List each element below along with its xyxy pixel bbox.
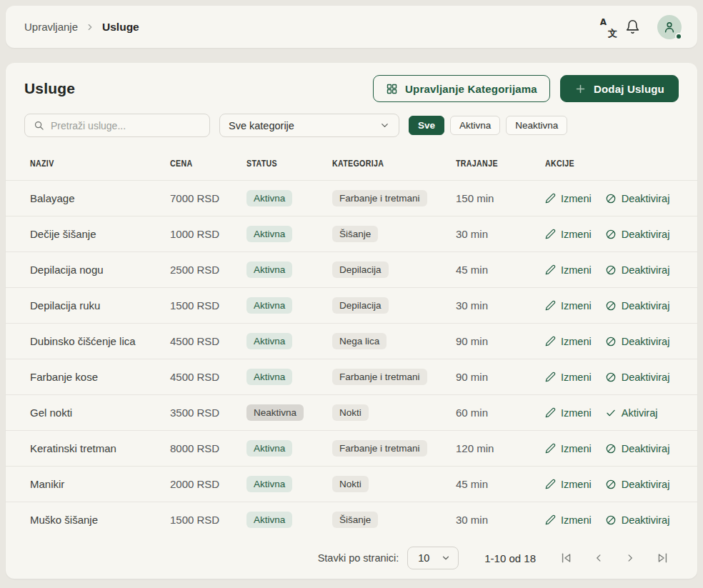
column-header-trajanje: TRAJANJE [456, 159, 545, 169]
edit-action[interactable]: Izmeni [545, 514, 592, 526]
service-name: Manikir [30, 478, 170, 490]
toggle-status-action[interactable]: Deaktiviraj [605, 479, 670, 490]
items-per-page-select[interactable]: 10 [407, 547, 459, 569]
breadcrumb: Upravljanje Usluge [24, 21, 139, 34]
service-duration: 45 min [456, 264, 545, 276]
items-per-page-label: Stavki po stranici: [318, 552, 399, 564]
breadcrumb-current: Usluge [102, 21, 139, 34]
status-badge: Aktivna [246, 476, 292, 492]
service-price: 1500 RSD [170, 514, 246, 526]
status-badge: Aktivna [246, 333, 292, 349]
edit-action[interactable]: Izmeni [545, 229, 592, 240]
last-page-button[interactable] [646, 551, 679, 565]
edit-action[interactable]: Izmeni [545, 336, 592, 347]
ban-icon [605, 300, 617, 312]
services-panel: Usluge Upravljanje Kategorijama Dodaj Us… [6, 63, 697, 579]
ban-icon [605, 443, 617, 454]
pencil-icon [545, 229, 556, 239]
column-header-naziv: NAZIV [30, 159, 170, 169]
service-duration: 30 min [456, 514, 545, 526]
chevron-down-icon [441, 553, 451, 563]
table-row: Keratinski tretman 8000 RSD Aktivna Farb… [6, 430, 697, 466]
edit-action[interactable]: Izmeni [545, 443, 592, 454]
service-price: 2500 RSD [170, 264, 246, 276]
service-name: Balayage [30, 192, 170, 204]
toggle-status-action[interactable]: Deaktiviraj [605, 229, 670, 240]
status-badge: Aktivna [246, 190, 292, 206]
category-badge: Depilacija [332, 261, 389, 278]
service-price: 1500 RSD [170, 299, 246, 312]
next-page-button[interactable] [614, 552, 646, 564]
toggle-status-action[interactable]: Deaktiviraj [605, 300, 670, 312]
status-filter-group: Sve Aktivna Neaktivna [409, 116, 567, 135]
user-avatar[interactable] [657, 15, 682, 39]
status-badge: Neaktivna [246, 404, 304, 421]
chevron-down-icon [379, 120, 390, 131]
service-duration: 90 min [456, 371, 545, 383]
search-input[interactable] [51, 120, 201, 131]
service-price: 2000 RSD [170, 478, 246, 490]
edit-action[interactable]: Izmeni [545, 300, 592, 312]
ban-icon [605, 479, 617, 490]
pencil-icon [545, 479, 556, 489]
manage-categories-button[interactable]: Upravljanje Kategorijama [373, 75, 550, 102]
edit-action[interactable]: Izmeni [545, 407, 592, 419]
status-badge: Aktivna [246, 297, 292, 314]
status-badge: Aktivna [246, 261, 292, 278]
toggle-status-action[interactable]: Aktiviraj [605, 407, 658, 419]
service-price: 3500 RSD [170, 407, 246, 419]
toggle-status-action[interactable]: Deaktiviraj [605, 264, 670, 276]
grid-icon [386, 83, 398, 95]
table-row: Farbanje kose 4500 RSD Aktivna Farbanje … [6, 359, 697, 394]
topbar-actions: 文 A [608, 15, 682, 39]
edit-action[interactable]: Izmeni [545, 264, 592, 276]
category-select[interactable]: Sve kategorije [219, 114, 399, 137]
filter-chip-neaktivna[interactable]: Neaktivna [506, 116, 567, 135]
category-badge: Nokti [332, 476, 369, 492]
pencil-icon [545, 407, 556, 418]
service-name: Gel nokti [30, 407, 170, 419]
check-icon [605, 407, 617, 419]
toggle-status-action[interactable]: Deaktiviraj [605, 514, 670, 526]
category-badge: Farbanje i tretmani [332, 190, 427, 206]
service-name: Depilacija nogu [30, 264, 170, 276]
edit-action[interactable]: Izmeni [545, 193, 592, 204]
toggle-status-action[interactable]: Deaktiviraj [605, 372, 670, 383]
filter-chip-sve[interactable]: Sve [409, 116, 444, 135]
filter-chip-aktivna[interactable]: Aktivna [450, 116, 500, 135]
table-row: Manikir 2000 RSD Aktivna Nokti 45 min Iz… [6, 466, 697, 502]
ban-icon [605, 372, 617, 383]
service-price: 8000 RSD [170, 442, 246, 454]
toggle-status-action[interactable]: Deaktiviraj [605, 193, 670, 204]
pagination-nav [550, 551, 679, 565]
pencil-icon [545, 193, 556, 204]
add-service-button[interactable]: Dodaj Uslugu [560, 75, 679, 102]
table-row: Dečije šišanje 1000 RSD Aktivna Šišanje … [6, 216, 697, 251]
service-price: 1000 RSD [170, 228, 246, 240]
toggle-status-action[interactable]: Deaktiviraj [605, 443, 670, 454]
ban-icon [605, 264, 617, 276]
top-bar: Upravljanje Usluge 文 A [6, 6, 697, 48]
page-title: Usluge [24, 80, 75, 97]
status-badge: Aktivna [246, 440, 292, 457]
table-row: Gel nokti 3500 RSD Neaktivna Nokti 60 mi… [6, 394, 697, 430]
edit-action[interactable]: Izmeni [545, 372, 592, 383]
ban-icon [605, 229, 617, 240]
notifications-button[interactable] [625, 19, 640, 34]
pagination-range: 1-10 od 18 [484, 552, 536, 564]
service-name: Muško šišanje [30, 514, 170, 526]
edit-action[interactable]: Izmeni [545, 479, 592, 490]
service-duration: 90 min [456, 335, 545, 347]
first-page-button[interactable] [550, 551, 583, 565]
toggle-status-action[interactable]: Deaktiviraj [605, 336, 670, 347]
search-box [24, 114, 210, 137]
table-header-row: NAZIV CENA STATUS KATEGORIJA TRAJANJE AK… [6, 147, 697, 180]
category-badge: Nega lica [332, 333, 387, 349]
breadcrumb-parent[interactable]: Upravljanje [24, 21, 78, 33]
ban-icon [605, 514, 617, 526]
service-duration: 150 min [456, 192, 545, 204]
service-name: Dubinsko čišćenje lica [30, 335, 170, 347]
previous-page-button[interactable] [583, 552, 614, 564]
online-status-dot [675, 33, 682, 40]
category-badge: Farbanje i tretmani [332, 440, 427, 457]
